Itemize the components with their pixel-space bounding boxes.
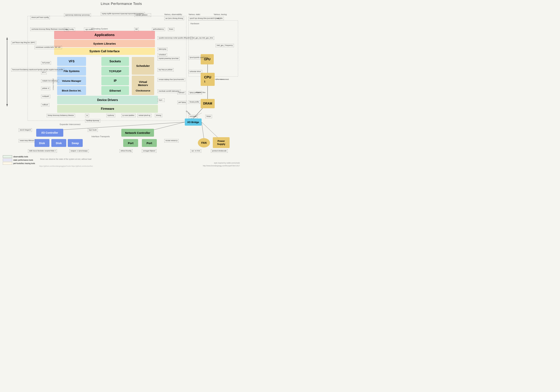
cpu-interconnect-label: CPU Interconnect [216, 78, 229, 81]
network-controller-box: Network Controller [121, 129, 154, 137]
vmstat-group: vmstat slabtop free /proc/meminfo [158, 78, 185, 81]
proc-cpuinfo-box: /proc/cpuinfo cpuid lscpu [189, 56, 209, 59]
cpu-label: CPU1 [204, 75, 211, 83]
lspci-group: lspci lsusb [88, 128, 98, 132]
power-supply-label: PowerSupply [217, 140, 225, 145]
ip-box: IP [101, 76, 129, 85]
mdadm-lvm-box: mdadm lvm dmsetup [41, 79, 59, 83]
mysqld-group: mysqld_qslower, ... [134, 13, 151, 17]
mdflush-box: mdflush [41, 103, 49, 107]
tcp-udp-box: TCP/UDP [101, 67, 129, 76]
footer-style: style inspired by reddit.com/u/redct [203, 162, 240, 164]
swapon-group: swapon -s /proc/swaps [70, 149, 89, 153]
swap-box: Swap [68, 139, 83, 147]
perf-ftrace-box: perf ftrace stap lttng bcc (BPF) [11, 41, 36, 44]
nicstat-group: nicstat netstat ip [164, 139, 179, 142]
sar-proc-box: sar /proc dmesg dmesg [164, 17, 184, 20]
legend-observability: observability tools [3, 155, 35, 158]
tcpdump-box: tcpdump [106, 114, 115, 117]
interface-transports-label: Interface Transports [91, 135, 110, 138]
turbostat-box: turbostat rdmsr [189, 70, 202, 73]
dram-box: DRAM [201, 99, 215, 108]
various-obs-label: Various, observability: [164, 13, 182, 16]
sar-fan-box: sar -m FAN [190, 149, 201, 153]
io-controller-box: I/O Controller [36, 129, 63, 137]
clocksource-box: Clocksource [132, 86, 154, 95]
legend: observability tools static performance t… [3, 155, 35, 165]
scheduler-box: Scheduler [132, 57, 154, 75]
legend-obs-label: observability tools [13, 156, 28, 158]
strace-group: strace perf trace sysdig [30, 16, 50, 19]
page: Linux Performance Tools [0, 0, 243, 168]
pidstat-d-box: pidstat -d [41, 87, 50, 90]
lsof-pcstat-box: lsof pcstat [41, 61, 51, 65]
funccount-group: funccount funclatency stackcount kprobe … [11, 68, 64, 71]
sockets-box: Sockets [101, 57, 129, 66]
mpstat-group: mpstat powertop /proc/stat [158, 57, 180, 60]
tiptop-perf-box: tiptop perf pcm [189, 91, 202, 94]
gethostlatency-box: gethostlatency [152, 28, 165, 31]
legend-perf-label: perf-tools/bcc tracing tools [13, 162, 35, 164]
svg-line-9 [154, 122, 185, 130]
cachestat-group: cachestat dcsnoop filetop fileslower mou… [30, 28, 69, 31]
ethtool-group: ethtool ifconfig [120, 149, 132, 153]
cpu-box: CPU1 [201, 73, 215, 86]
port1-box: Port [123, 139, 138, 147]
port2-box: Port [142, 139, 157, 147]
power-supply-box: PowerSupply [213, 137, 230, 148]
ip-group: ip route iptables [121, 114, 136, 117]
ldd-box: ldd [134, 28, 139, 31]
legend-static: static performance tools [3, 159, 35, 161]
volume-manager-box: Volume Manager [57, 76, 86, 85]
capable-box: capable [216, 17, 224, 20]
llcstat-box: llcstat profile [189, 101, 200, 104]
lsblk-group: lsblk lsscsi blockdev smartctl fdisk -l [28, 149, 57, 153]
svg-rect-4 [189, 20, 238, 77]
appconfig-box: App Config [64, 28, 75, 31]
fan-box: FAN [198, 138, 210, 148]
io-bridge-box: I/O Bridge [185, 119, 202, 126]
device-drivers-box: Device Drivers [57, 96, 158, 104]
cpudist-group: cpudist execsnoop runlat cpudist offcput… [158, 36, 192, 40]
numactl-box: numactl [177, 91, 186, 94]
ltrace-box: ltrace [168, 28, 174, 31]
disk2-box: Disk [51, 139, 66, 147]
sysctl-box: sysctl /sys dmesg lshw journalctl lsmod [189, 17, 220, 20]
hardware-label: Hardware [190, 22, 199, 25]
storcli-group: storcli MegaCli [19, 128, 32, 132]
system-call-interface-box: System Call Interface [54, 48, 155, 55]
page-title: Linux Performance Tools [0, 0, 243, 6]
legend-obs-box [3, 155, 12, 158]
various-static-label: Various, static: [189, 13, 201, 16]
ugc-ucalls-box: ugc ucalls [84, 28, 94, 31]
biotop-group: biotop biosnoop biolatency bitesize [47, 114, 75, 117]
footer-url: http://www.brendangregg.com/linuxperf.ht… [203, 164, 240, 167]
snmpget-group: snmpget lldptool [142, 149, 156, 153]
disk1-box: Disk [35, 139, 50, 147]
ethernet-box: Ethernet [101, 86, 129, 95]
static-desc: these can observe the state of the syste… [40, 158, 91, 160]
numastat-box: numastat [189, 115, 198, 118]
netstat-group: netstat iptraf-ng [137, 114, 151, 117]
intel-gpu2-box: intel_gpu_\ frequency [216, 44, 234, 47]
io-bus-label: I/O Bus [186, 110, 191, 115]
legend-perf: perf-tools/bcc tracing tools [3, 162, 35, 165]
legend-perf-box [3, 162, 12, 165]
vfs-box: VFS [57, 57, 86, 66]
various-tracing-label: Various, tracing: [214, 13, 227, 16]
applications-box: Applications [54, 31, 155, 39]
footer-links: https://github.com/brendangregg/perf-too… [39, 165, 93, 167]
svg-line-8 [63, 122, 185, 130]
lstopo-box: lstopo [205, 115, 212, 118]
perf-tiptop-box: perf tiptop [177, 101, 187, 104]
iostat-group: iostat iotop blktrace [19, 139, 35, 142]
ext4slower-group: ext4slower ext4dist btrfs* xfs* zfs* [35, 46, 62, 49]
hardirqs-group: hardirqs ttysnoop [85, 119, 100, 122]
ss-box: ss [85, 114, 89, 117]
dmesg-box: dmesg [155, 114, 162, 117]
footer: style inspired by reddit.com/u/redct htt… [203, 162, 240, 167]
expander-interconnect-label: Expander Interconnect [60, 123, 80, 125]
schedtool-box: schedtool [158, 53, 167, 57]
opensnoop-group: opensnoop statsnoop syncsnoop [64, 13, 91, 17]
top-htop-box: top htop ps pidstat [158, 68, 174, 71]
